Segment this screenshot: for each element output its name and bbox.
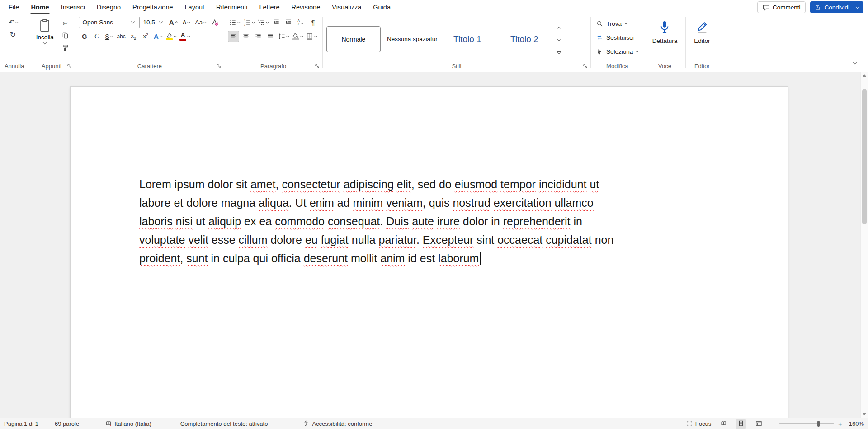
tab-guida[interactable]: Guida <box>367 0 396 14</box>
dictate-button[interactable]: Dettatura <box>648 17 682 44</box>
find-chevron-icon[interactable] <box>624 21 627 24</box>
text-effects-chevron-icon[interactable] <box>160 34 162 37</box>
font-name-combobox[interactable]: Open Sans <box>79 17 137 28</box>
zoom-slider-thumb[interactable] <box>817 421 820 427</box>
shrink-font-button[interactable]: A <box>180 17 192 28</box>
document-line[interactable]: proident, sunt in culpa qui officia dese… <box>139 249 725 268</box>
borders-button[interactable] <box>305 31 318 42</box>
highlight-chevron-icon[interactable] <box>174 34 176 37</box>
find-button[interactable]: Trova <box>594 18 629 29</box>
paste-button[interactable]: Incolla <box>32 17 58 45</box>
font-dialog-launcher-icon[interactable] <box>215 63 222 70</box>
format-painter-button[interactable] <box>60 42 71 53</box>
cut-button[interactable]: ✂ <box>60 18 71 29</box>
show-paragraph-marks-button[interactable]: ¶ <box>307 17 319 28</box>
tab-riferimenti[interactable]: Riferimenti <box>210 0 253 14</box>
shading-chevron-icon[interactable] <box>300 34 303 37</box>
tab-layout[interactable]: Layout <box>179 0 211 14</box>
copy-button[interactable] <box>60 30 71 41</box>
paragraph-dialog-launcher-icon[interactable] <box>314 63 321 70</box>
underline-chevron-icon[interactable] <box>110 34 113 37</box>
scroll-down-icon[interactable] <box>861 410 868 418</box>
scroll-up-icon[interactable] <box>861 72 868 79</box>
select-button[interactable]: Seleziona <box>594 46 640 57</box>
font-color-button[interactable]: A <box>178 31 191 42</box>
bold-button[interactable]: G <box>79 31 90 42</box>
tab-revisione[interactable]: Revisione <box>286 0 326 14</box>
tab-progettazione[interactable]: Progettazione <box>127 0 179 14</box>
highlight-button[interactable] <box>165 31 178 42</box>
text-effects-button[interactable]: A <box>152 31 164 42</box>
share-button[interactable]: Condividi <box>810 1 863 13</box>
zoom-level[interactable]: 160% <box>849 420 864 427</box>
page-indicator[interactable]: Pagina 1 di 1 <box>4 420 38 427</box>
paste-chevron-icon[interactable] <box>43 41 47 44</box>
justify-button[interactable] <box>264 31 276 42</box>
select-chevron-icon[interactable] <box>636 49 638 52</box>
styles-dialog-launcher-icon[interactable] <box>582 63 589 70</box>
read-mode-button[interactable] <box>718 419 729 429</box>
document-line[interactable]: labore et dolore magna aliqua. Ut enim a… <box>139 194 725 212</box>
italic-button[interactable]: C <box>91 31 102 42</box>
multilevel-list-button[interactable] <box>256 17 270 28</box>
subscript-button[interactable]: x2 <box>128 31 139 42</box>
bullets-button[interactable] <box>228 17 241 28</box>
document-line[interactable]: laboris nisi ut aliquip ex ea commodo co… <box>139 212 725 231</box>
strikethrough-button[interactable]: abc <box>115 31 127 42</box>
replace-button[interactable]: Sostituisci <box>594 32 636 43</box>
align-left-button[interactable] <box>228 31 239 42</box>
font-name-chevron-icon[interactable] <box>131 20 135 23</box>
undo-button[interactable]: ↶ <box>7 17 19 28</box>
style-card-titolo-1[interactable]: Titolo 1 <box>440 26 495 52</box>
zoom-out-button[interactable]: − <box>771 420 775 427</box>
style-card-normale[interactable]: Normale <box>326 26 381 52</box>
print-layout-button[interactable] <box>736 419 746 429</box>
clear-formatting-button[interactable] <box>209 17 220 28</box>
tab-file[interactable]: File <box>3 0 25 14</box>
numbering-button[interactable]: 123 <box>242 17 256 28</box>
decrease-indent-button[interactable] <box>271 17 282 28</box>
tab-visualizza[interactable]: Visualizza <box>326 0 367 14</box>
language-indicator[interactable]: Italiano (Italia) <box>105 420 151 427</box>
numbering-chevron-icon[interactable] <box>252 20 255 23</box>
zoom-slider[interactable] <box>779 423 834 424</box>
tab-home[interactable]: Home <box>25 0 55 14</box>
undo-chevron-icon[interactable] <box>15 20 18 23</box>
change-case-chevron-icon[interactable] <box>203 20 206 23</box>
editor-button[interactable]: Editor <box>689 17 714 44</box>
increase-indent-button[interactable] <box>283 17 294 28</box>
text-completion-status[interactable]: Completamento del testo: attivato <box>180 420 268 427</box>
collapse-ribbon-icon[interactable] <box>850 59 860 67</box>
line-spacing-button[interactable] <box>277 31 290 42</box>
comments-button[interactable]: Commenti <box>757 1 806 13</box>
document-line[interactable]: Lorem ipsum dolor sit amet, consectetur … <box>139 175 725 194</box>
gallery-scroll-up-icon[interactable] <box>558 23 560 33</box>
scrollbar-thumb[interactable] <box>862 89 867 224</box>
accessibility-status[interactable]: Accessibilità: conforme <box>303 420 372 427</box>
align-center-button[interactable] <box>240 31 251 42</box>
clipboard-dialog-launcher-icon[interactable] <box>66 63 73 70</box>
grow-font-button[interactable]: A <box>167 17 179 28</box>
font-size-combobox[interactable]: 10,5 <box>139 17 165 28</box>
web-layout-button[interactable] <box>753 419 764 429</box>
style-card-nessuna-spaziatura[interactable]: Nessuna spaziatura <box>383 26 438 52</box>
document-paragraph[interactable]: Lorem ipsum dolor sit amet, consectetur … <box>139 175 725 268</box>
sort-button[interactable]: AZ <box>295 17 307 28</box>
tab-disegno[interactable]: Disegno <box>91 0 127 14</box>
vertical-scrollbar[interactable] <box>860 72 868 418</box>
bullets-chevron-icon[interactable] <box>237 20 240 23</box>
superscript-button[interactable]: x2 <box>140 31 151 42</box>
font-size-chevron-icon[interactable] <box>159 20 163 23</box>
font-color-chevron-icon[interactable] <box>187 34 190 37</box>
redo-button[interactable]: ↻ <box>7 29 19 40</box>
align-right-button[interactable] <box>252 31 264 42</box>
multilevel-chevron-icon[interactable] <box>266 20 269 23</box>
zoom-in-button[interactable]: + <box>838 420 842 427</box>
share-chevron-icon[interactable] <box>856 5 859 8</box>
underline-button[interactable]: S <box>103 31 114 42</box>
style-card-titolo-2[interactable]: Titolo 2 <box>497 26 552 52</box>
focus-mode-button[interactable]: Focus <box>686 420 711 427</box>
tab-lettere[interactable]: Lettere <box>253 0 285 14</box>
gallery-more-icon[interactable] <box>557 47 561 58</box>
gallery-scroll-down-icon[interactable] <box>558 35 560 46</box>
